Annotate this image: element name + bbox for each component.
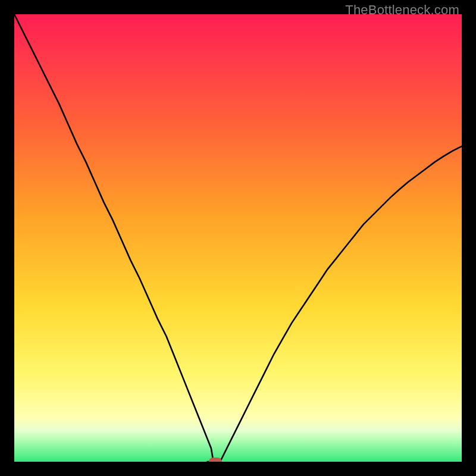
watermark-label: TheBottleneck.com <box>345 2 459 18</box>
bottleneck-curve <box>14 14 462 462</box>
optimum-marker <box>209 458 222 462</box>
chart-frame: TheBottleneck.com <box>0 0 476 476</box>
plot-area <box>14 14 462 462</box>
curve-path <box>14 14 462 462</box>
